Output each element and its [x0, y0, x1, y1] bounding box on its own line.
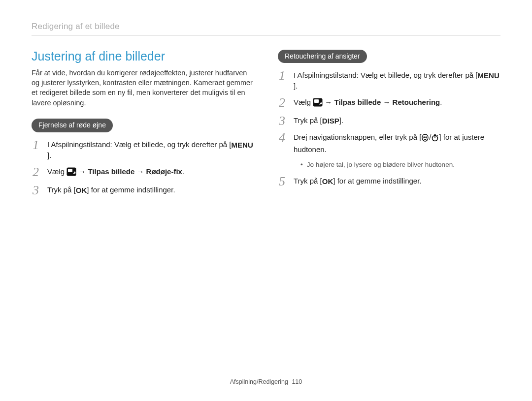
steps-face-retouch-cont: Tryk på [OK] for at gemme indstillinger.: [278, 176, 500, 186]
header-title: Redigering af et billede: [32, 22, 120, 31]
right-column: Retouchering af ansigter I Afspilningsti…: [278, 48, 500, 201]
steps-face-retouch: I Afspilningstilstand: Vælg et billede, …: [278, 70, 500, 154]
left-column: Justering af dine billeder Får at vide, …: [32, 48, 254, 201]
svg-line-7: [437, 135, 438, 136]
step-5-text-b: ] for at gemme indstillinger.: [333, 177, 421, 185]
step-2-text-a: Vælg: [294, 98, 313, 106]
step-1-text-b: ].: [47, 151, 51, 159]
step-4-text-a: Drej navigationsknappen, eller tryk på [: [294, 133, 421, 141]
menu-key: MENU: [232, 140, 253, 150]
step-3: Tryk på [DISP].: [278, 115, 500, 126]
step-3-text-b: ] for at gemme indstillinger.: [87, 185, 175, 194]
footer-page-number: 110: [292, 378, 302, 385]
step-5-text-a: Tryk på [: [294, 177, 322, 185]
step-2-text-a: Vælg: [47, 167, 66, 176]
section-title: Justering af dine billeder: [32, 48, 254, 65]
step-3: Tryk på [OK] for at gemme indstillinger.: [32, 185, 254, 195]
menu-key: MENU: [478, 70, 499, 81]
step-2-text-b: → Tilpas billede → Rødøje-fix: [76, 167, 182, 176]
step-3-text-b: ].: [339, 116, 343, 124]
step-2-text-c: .: [182, 167, 184, 176]
svg-rect-1: [68, 169, 72, 172]
step-5: Tryk på [OK] for at gemme indstillinger.: [278, 176, 500, 186]
disp-key: DISP: [322, 116, 339, 126]
step-2: Vælg → Tilpas billede → Retouchering.: [278, 97, 500, 109]
note-1: Jo højere tal, jo lysere og blødere bliv…: [300, 160, 500, 170]
edit-photo-icon: [313, 98, 323, 109]
step-2-text-c: .: [440, 98, 442, 106]
ok-key: OK: [76, 185, 87, 195]
edit-photo-icon: [66, 167, 76, 179]
intro-paragraph: Får at vide, hvordan du korrigerer rødøj…: [32, 68, 254, 108]
step-4-note: Jo højere tal, jo lysere og blødere bliv…: [300, 160, 500, 170]
step-1-text-a: I Afspilningstilstand: Vælg et billede, …: [294, 71, 478, 79]
step-3-text-a: Tryk på [: [294, 116, 322, 124]
step-1: I Afspilningstilstand: Vælg et billede, …: [32, 139, 254, 160]
svg-rect-3: [314, 99, 319, 103]
ok-key: OK: [322, 176, 333, 186]
page-header: Redigering af et billede: [32, 21, 500, 36]
steps-red-eye: I Afspilningstilstand: Vælg et billede, …: [32, 139, 254, 195]
pill-face-retouch: Retouchering af ansigter: [278, 50, 367, 63]
step-2: Vælg → Tilpas billede → Rødøje-fix.: [32, 166, 254, 179]
timer-icon: [431, 134, 439, 144]
step-1-text-a: I Afspilningstilstand: Vælg et billede, …: [47, 140, 232, 149]
pill-red-eye: Fjernelse af røde øjne: [32, 119, 113, 132]
step-3-text-a: Tryk på [: [47, 185, 76, 194]
step-4: Drej navigationsknappen, eller tryk på […: [278, 132, 500, 154]
step-2-text-b: → Tilpas billede → Retouchering: [323, 98, 440, 106]
step-1: I Afspilningstilstand: Vælg et billede, …: [278, 70, 500, 91]
face-icon: [421, 134, 429, 144]
page-footer: Afspilning/Redigering 110: [0, 378, 532, 387]
step-1-text-b: ].: [294, 82, 298, 90]
footer-section: Afspilning/Redigering: [230, 378, 288, 385]
